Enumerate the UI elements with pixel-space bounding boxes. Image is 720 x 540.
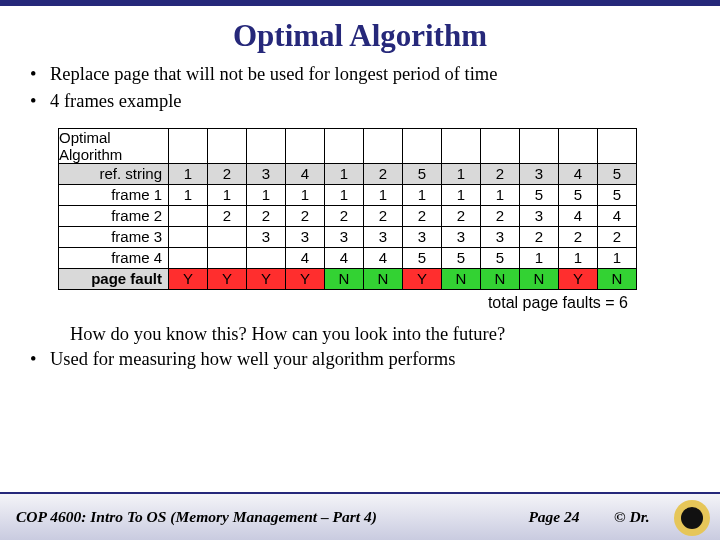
frame-cell: 3 [403, 226, 442, 247]
frame-cell: 1 [598, 247, 637, 268]
bullet-list-top: Replace page that will not be used for l… [32, 62, 688, 114]
table-empty-cell [247, 128, 286, 163]
frame-cell: 1 [325, 184, 364, 205]
fault-cell: N [598, 268, 637, 289]
frame-cell: 1 [442, 184, 481, 205]
slide-title: Optimal Algorithm [0, 18, 720, 54]
table-empty-cell [598, 128, 637, 163]
table-empty-cell [286, 128, 325, 163]
frame-cell: 2 [559, 226, 598, 247]
frame-cell: 3 [247, 226, 286, 247]
fault-cell: Y [559, 268, 598, 289]
frame-cell: 3 [442, 226, 481, 247]
frame-cell: 1 [364, 184, 403, 205]
frame-cell: 1 [247, 184, 286, 205]
optimal-table: Optimal Algorithmref. string123412512345… [58, 128, 637, 290]
fault-cell: Y [247, 268, 286, 289]
ref-cell: 5 [598, 163, 637, 184]
frame-cell: 5 [403, 247, 442, 268]
table-empty-cell [364, 128, 403, 163]
ref-cell: 3 [247, 163, 286, 184]
ref-cell: 3 [520, 163, 559, 184]
fault-cell: Y [403, 268, 442, 289]
frame-cell: 2 [286, 205, 325, 226]
frame-cell: 1 [169, 184, 208, 205]
frame-cell [169, 205, 208, 226]
table-heading: Optimal Algorithm [59, 128, 169, 163]
frame-cell: 3 [481, 226, 520, 247]
fault-label: page fault [59, 268, 169, 289]
table-empty-cell [442, 128, 481, 163]
frame-cell: 1 [481, 184, 520, 205]
bullet-list-bottom: Used for measuring how well your algorit… [32, 347, 688, 372]
frame-cell: 2 [247, 205, 286, 226]
frame-label: frame 3 [59, 226, 169, 247]
ref-cell: 2 [481, 163, 520, 184]
frame-cell: 5 [442, 247, 481, 268]
frame-cell: 5 [598, 184, 637, 205]
table-empty-cell [520, 128, 559, 163]
ref-cell: 5 [403, 163, 442, 184]
frame-cell: 1 [403, 184, 442, 205]
frame-cell: 4 [559, 205, 598, 226]
frame-cell: 4 [286, 247, 325, 268]
frame-cell: 3 [286, 226, 325, 247]
fault-cell: N [520, 268, 559, 289]
ref-cell: 1 [442, 163, 481, 184]
algorithm-table: Optimal Algorithmref. string123412512345… [0, 116, 720, 312]
frame-cell: 2 [598, 226, 637, 247]
fault-cell: N [325, 268, 364, 289]
frame-cell: 1 [208, 184, 247, 205]
bullet-item: Replace page that will not be used for l… [50, 62, 688, 87]
bullet-item: Used for measuring how well your algorit… [50, 347, 688, 372]
fault-cell: Y [169, 268, 208, 289]
ref-string-label: ref. string [59, 163, 169, 184]
frame-cell: 3 [325, 226, 364, 247]
frame-cell: 1 [286, 184, 325, 205]
table-empty-cell [481, 128, 520, 163]
fault-cell: N [364, 268, 403, 289]
bullet-item: 4 frames example [50, 89, 688, 114]
frame-cell: 2 [520, 226, 559, 247]
frame-label: frame 1 [59, 184, 169, 205]
frame-cell [247, 247, 286, 268]
frame-cell [208, 247, 247, 268]
frame-cell [169, 247, 208, 268]
frame-label: frame 2 [59, 205, 169, 226]
ref-cell: 1 [325, 163, 364, 184]
ref-cell: 2 [208, 163, 247, 184]
school-logo-icon [674, 500, 710, 536]
frame-cell: 2 [364, 205, 403, 226]
frame-cell: 3 [520, 205, 559, 226]
table-empty-cell [403, 128, 442, 163]
fault-cell: N [442, 268, 481, 289]
fault-cell: Y [208, 268, 247, 289]
table-empty-cell [208, 128, 247, 163]
frame-cell: 2 [481, 205, 520, 226]
frame-cell: 2 [208, 205, 247, 226]
table-empty-cell [559, 128, 598, 163]
ref-cell: 4 [286, 163, 325, 184]
table-empty-cell [169, 128, 208, 163]
fault-cell: N [481, 268, 520, 289]
frame-cell: 1 [559, 247, 598, 268]
table-empty-cell [325, 128, 364, 163]
slide-body: Replace page that will not be used for l… [0, 62, 720, 114]
total-faults: total page faults = 6 [58, 294, 680, 312]
slide-footer: COP 4600: Intro To OS (Memory Management… [0, 492, 720, 540]
frame-cell [208, 226, 247, 247]
ref-cell: 1 [169, 163, 208, 184]
frame-cell [169, 226, 208, 247]
footer-page: Page 24 [494, 508, 614, 526]
post-table-text: How do you know this? How can you look i… [0, 322, 720, 372]
fault-cell: Y [286, 268, 325, 289]
frame-cell: 5 [481, 247, 520, 268]
ref-cell: 4 [559, 163, 598, 184]
footer-course: COP 4600: Intro To OS (Memory Management… [16, 508, 494, 526]
frame-cell: 5 [520, 184, 559, 205]
frame-cell: 2 [403, 205, 442, 226]
frame-cell: 2 [442, 205, 481, 226]
rhetorical-question: How do you know this? How can you look i… [32, 322, 688, 347]
frame-cell: 4 [364, 247, 403, 268]
slide-top-rule [0, 0, 720, 6]
